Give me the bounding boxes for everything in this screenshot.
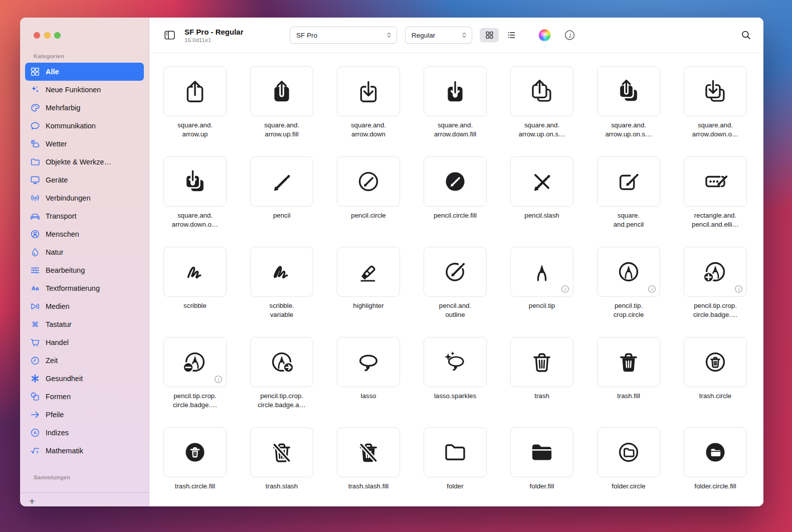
sidebar-item-verbindungen[interactable]: Verbindungen <box>25 189 144 207</box>
symbol-card-pencil.tip.crop.circle.badge.plus[interactable]: i <box>684 247 747 297</box>
pencil.tip.crop.circle.badge.minus-icon <box>181 348 209 376</box>
sidebar-divider <box>20 492 149 493</box>
pencil.circle.fill-icon <box>442 168 469 195</box>
square.and.pencil-icon <box>615 168 642 195</box>
sidebar-item-bearbeitung[interactable]: Bearbeitung <box>25 261 144 279</box>
symbol-card-trash.slash.fill[interactable] <box>337 427 400 477</box>
sidebar-item-wetter[interactable]: Wetter <box>25 135 144 153</box>
symbol-card-lasso[interactable] <box>337 337 400 387</box>
symbol-card-square.and.arrow.up.on.square.fill[interactable] <box>597 66 660 116</box>
weight-dropdown[interactable]: Regular <box>405 27 472 44</box>
symbol-card-pencil.circle[interactable] <box>337 156 400 207</box>
symbol-label: square.and.pencil <box>597 211 660 229</box>
sidebar-item-menschen[interactable]: Menschen <box>25 225 144 243</box>
symbol-card-pencil.and.outline[interactable] <box>424 247 487 297</box>
symbol-card-pencil.circle.fill[interactable] <box>424 156 487 207</box>
symbol-card-rectangle.and.pencil.and.ellipsis[interactable] <box>684 156 747 207</box>
sidebar-item-natur[interactable]: Natur <box>25 243 144 261</box>
sidebar-item-indizes[interactable]: AIndizes <box>25 424 144 442</box>
symbol-label: pencil.tip.crop.circle.badge.… <box>163 392 227 409</box>
info-circle-icon[interactable]: i <box>564 30 575 41</box>
sidebar-item-tastatur[interactable]: ⌘Tastatur <box>25 315 144 333</box>
symbol-card-folder.circle[interactable] <box>597 427 660 477</box>
sidebar-item-zeit[interactable]: Zeit <box>25 351 144 370</box>
symbol-card-scribble[interactable] <box>163 247 227 297</box>
zoom-button[interactable] <box>54 32 61 39</box>
symbol-card-trash.fill[interactable] <box>597 337 660 387</box>
symbol-card-square.and.arrow.down.on.square.fill[interactable] <box>163 156 227 207</box>
symbol-cell: pencil.circle.fill <box>424 156 487 233</box>
sidebar-item-mathematik[interactable]: xMathematik <box>25 442 144 460</box>
symbol-cell: trash.fill <box>597 337 660 413</box>
symbol-label: folder.circle <box>597 482 660 491</box>
font-dropdown[interactable]: SF Pro <box>290 27 397 44</box>
symbol-card-trash.slash[interactable] <box>250 427 313 477</box>
symbol-card-scribble.variable[interactable] <box>250 247 313 297</box>
sidebar-footer: + <box>20 492 149 506</box>
symbol-cell: ipencil.tip.crop.circle <box>597 247 660 323</box>
sidebar-item-handel[interactable]: Handel <box>25 333 144 351</box>
symbol-card-highlighter[interactable] <box>337 247 400 297</box>
list-view-button[interactable] <box>502 28 521 43</box>
display-icon <box>29 174 41 186</box>
symbol-label: square.and.arrow.up.on.s… <box>597 121 660 138</box>
symbol-card-pencil.slash[interactable] <box>510 156 573 207</box>
info-badge-icon[interactable]: i <box>734 285 743 293</box>
sidebar-item-medien[interactable]: Medien <box>25 297 144 315</box>
symbol-label: square.and.arrow.up.on.s… <box>510 121 573 138</box>
grid-view-button[interactable] <box>480 28 499 43</box>
sidebar-item-mehrfarbig[interactable]: Mehrfarbig <box>25 99 144 117</box>
symbol-card-pencil.tip.crop.circle[interactable]: i <box>597 247 660 297</box>
symbol-card-square.and.arrow.up[interactable] <box>163 66 227 116</box>
symbol-card-folder[interactable] <box>424 427 487 477</box>
sidebar-item-pfeile[interactable]: Pfeile <box>25 406 144 424</box>
symbol-card-folder.fill[interactable] <box>510 427 573 477</box>
symbol-card-square.and.arrow.down.fill[interactable] <box>424 66 487 116</box>
symbol-cell: trash.circle.fill <box>163 427 227 503</box>
symbol-card-square.and.arrow.down[interactable] <box>337 66 400 116</box>
sidebar: Kategorien AlleNeue FunktionenMehrfarbig… <box>20 18 149 506</box>
info-badge-icon[interactable]: i <box>648 285 656 293</box>
sidebar-toggle-icon[interactable] <box>163 29 176 42</box>
color-wheel-icon[interactable] <box>539 30 550 41</box>
minimize-button[interactable] <box>44 32 51 39</box>
sidebar-item-gesundheit[interactable]: Gesundheit <box>25 370 144 388</box>
info-badge-icon[interactable]: i <box>214 375 223 384</box>
search-icon[interactable] <box>741 30 751 41</box>
symbol-cell: pencil <box>250 156 313 233</box>
sidebar-item-formen[interactable]: Formen <box>25 388 144 406</box>
symbol-card-folder.circle.fill[interactable] <box>684 427 747 477</box>
symbol-card-pencil.tip[interactable]: i <box>510 247 573 297</box>
symbol-card-square.and.arrow.down.on.square[interactable] <box>684 66 747 116</box>
sidebar-item-transport[interactable]: Transport <box>25 207 144 225</box>
sidebar-item-geräte[interactable]: Geräte <box>25 171 144 189</box>
symbol-card-pencil.tip.crop.circle.badge.arrow[interactable] <box>250 337 313 387</box>
symbol-card-square.and.arrow.up.on.square[interactable] <box>510 66 573 116</box>
square.and.arrow.down.on.square-icon <box>702 78 729 105</box>
sidebar-item-neue-funktionen[interactable]: Neue Funktionen <box>25 81 144 99</box>
symbol-cell: pencil.and.outline <box>424 247 487 323</box>
svg-text:x: x <box>36 449 39 454</box>
sqrt-x-icon: x <box>29 445 41 456</box>
info-badge-icon[interactable]: i <box>561 285 569 293</box>
sidebar-item-kommunikation[interactable]: Kommunikation <box>25 117 144 135</box>
close-button[interactable] <box>34 32 40 39</box>
symbol-card-square.and.arrow.up.fill[interactable] <box>250 66 313 116</box>
svg-text:i: i <box>738 286 740 292</box>
svg-text:⌘: ⌘ <box>32 320 39 328</box>
scribble-icon <box>181 258 209 285</box>
sidebar-item-alle[interactable]: Alle <box>25 63 144 81</box>
symbol-card-pencil.tip.crop.circle.badge.minus[interactable]: i <box>163 337 227 387</box>
symbol-cell: square.and.arrow.up.on.s… <box>510 66 573 142</box>
symbol-card-square.and.pencil[interactable] <box>597 156 660 207</box>
symbol-card-lasso.sparkles[interactable] <box>424 337 487 387</box>
symbol-card-pencil[interactable] <box>250 156 313 207</box>
sidebar-item-textformatierung[interactable]: AaTextformatierung <box>25 279 144 297</box>
sparkles-icon <box>29 84 41 95</box>
symbol-card-trash[interactable] <box>510 337 573 387</box>
symbol-label: lasso <box>337 392 400 401</box>
add-collection-button[interactable]: + <box>20 493 35 506</box>
symbol-card-trash.circle.fill[interactable] <box>163 427 227 477</box>
symbol-card-trash.circle[interactable] <box>684 337 747 387</box>
sidebar-item-objekte-werkze[interactable]: Objekte & Werkze… <box>25 153 144 171</box>
